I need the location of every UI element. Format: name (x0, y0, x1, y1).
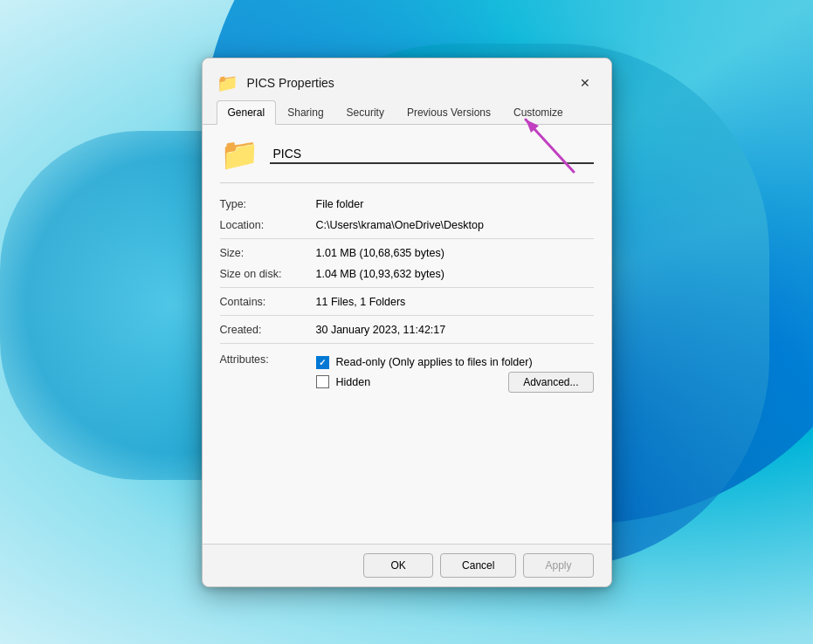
prop-row-location: Location: C:\Users\krama\OneDrive\Deskto… (220, 215, 594, 239)
dialog-overlay: 📁 PICS Properties ✕ General Sharing Secu… (0, 0, 813, 644)
prop-value-type: File folder (316, 198, 594, 210)
prop-value-location: C:\Users\krama\OneDrive\Desktop (316, 219, 594, 231)
prop-row-created: Created: 30 January 2023, 11:42:17 (220, 319, 594, 344)
readonly-label: Read-only (Only applies to files in fold… (336, 356, 533, 368)
tab-general[interactable]: General (217, 100, 277, 125)
readonly-row: Read-only (Only applies to files in fold… (316, 353, 594, 372)
title-bar: 📁 PICS Properties ✕ (203, 58, 611, 97)
prop-row-size-disk: Size on disk: 1.04 MB (10,93,632 bytes) (220, 264, 594, 288)
prop-value-size: 1.01 MB (10,68,635 bytes) (316, 247, 594, 259)
cancel-button[interactable]: Cancel (440, 553, 516, 578)
folder-name-input[interactable] (270, 145, 594, 164)
prop-value-contains: 11 Files, 1 Folders (316, 296, 594, 308)
prop-label-size: Size: (220, 247, 316, 259)
dialog-content: 📁 Type: File folder Location: C:\Users\k… (203, 125, 611, 544)
properties-dialog: 📁 PICS Properties ✕ General Sharing Secu… (202, 58, 612, 587)
hidden-row: Hidden Advanced... (316, 372, 594, 393)
readonly-checkbox[interactable] (316, 356, 329, 369)
ok-button[interactable]: OK (363, 553, 433, 578)
prop-row-size: Size: 1.01 MB (10,68,635 bytes) (220, 243, 594, 264)
dialog-footer: OK Cancel Apply (203, 544, 611, 586)
tab-security[interactable]: Security (335, 100, 396, 125)
advanced-button[interactable]: Advanced... (508, 372, 593, 393)
hidden-left: Hidden (316, 375, 371, 388)
prop-label-created: Created: (220, 324, 316, 336)
prop-row-contains: Contains: 11 Files, 1 Folders (220, 291, 594, 316)
prop-label-attributes: Attributes: (220, 353, 316, 366)
prop-label-location: Location: (220, 219, 316, 231)
prop-value-created: 30 January 2023, 11:42:17 (316, 324, 594, 336)
prop-row-attributes: Attributes: Read-only (Only applies to f… (220, 349, 594, 397)
tab-customize[interactable]: Customize (502, 100, 575, 125)
tabs-container: General Sharing Security Previous Versio… (203, 100, 611, 125)
properties-table: Type: File folder Location: C:\Users\kra… (220, 194, 594, 397)
hidden-checkbox[interactable] (316, 375, 329, 388)
prop-label-type: Type: (220, 198, 316, 210)
close-button[interactable]: ✕ (573, 71, 597, 95)
tab-sharing[interactable]: Sharing (276, 100, 334, 125)
prop-row-type: Type: File folder (220, 194, 594, 215)
prop-label-contains: Contains: (220, 296, 316, 308)
folder-icon-title: 📁 (217, 72, 238, 93)
apply-button[interactable]: Apply (523, 553, 593, 578)
prop-value-size-disk: 1.04 MB (10,93,632 bytes) (316, 268, 594, 280)
dialog-title: PICS Properties (247, 76, 334, 90)
prop-label-size-disk: Size on disk: (220, 268, 316, 280)
attributes-controls: Read-only (Only applies to files in fold… (316, 353, 594, 393)
folder-name-row: 📁 (220, 139, 594, 183)
folder-icon-large: 📁 (220, 139, 259, 170)
hidden-label: Hidden (336, 376, 371, 388)
tab-previous-versions[interactable]: Previous Versions (396, 100, 502, 125)
title-bar-left: 📁 PICS Properties (217, 72, 334, 93)
